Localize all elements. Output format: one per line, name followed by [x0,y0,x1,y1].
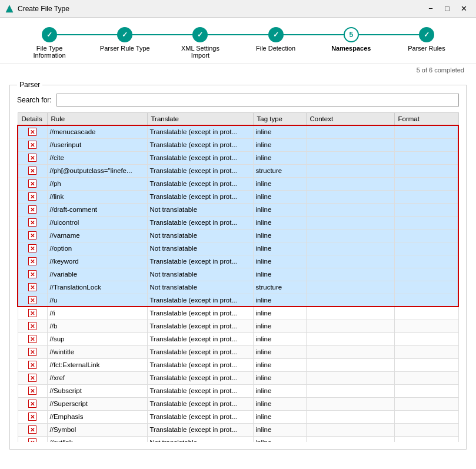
format-cell [394,307,458,320]
tagtype-cell: inline [253,436,306,442]
delete-icon[interactable]: ✕ [28,413,36,421]
rules-scroll-area[interactable]: Details Rule Translate Tag type Context … [17,112,459,442]
delete-icon[interactable]: ✕ [28,387,36,395]
table-row[interactable]: ✕//uTranslatable (except in prot...inlin… [18,294,458,307]
translate-cell: Translatable (except in prot... [147,384,253,397]
detail-cell: ✕ [18,164,47,177]
table-row[interactable]: ✕//menucascadeTranslatable (except in pr… [18,125,458,138]
table-row[interactable]: ✕//xrefTranslatable (except in prot...in… [18,371,458,384]
context-cell [306,164,394,177]
table-row[interactable]: ✕//variableNot translatableinline [18,268,458,281]
rule-cell: //cite [47,151,147,164]
rule-cell: //option [47,242,147,255]
delete-icon[interactable]: ✕ [28,154,36,162]
context-cell [306,320,394,332]
delete-icon[interactable]: ✕ [28,296,36,304]
tagtype-cell: inline [253,216,306,229]
translate-cell: Translatable (except in prot... [147,320,253,332]
table-row[interactable]: ✕//TranslationLockNot translatablestruct… [18,281,458,294]
detail-cell: ✕ [18,436,47,442]
tagtype-cell: structure [253,281,306,294]
step-1-label: File TypeInformation [34,45,66,59]
context-cell [306,423,394,436]
delete-icon[interactable]: ✕ [28,335,36,343]
translate-cell: Translatable (except in prot... [147,345,253,358]
delete-icon[interactable]: ✕ [28,425,36,434]
minimize-button[interactable]: − [423,3,438,15]
table-row[interactable]: ✕//bTranslatable (except in prot...inlin… [18,320,458,332]
delete-icon[interactable]: ✕ [28,309,36,317]
table-row[interactable]: ✕//extlinkNot translatableinline [18,436,458,442]
table-row[interactable]: ✕//citeTranslatable (except in prot...in… [18,151,458,164]
table-row[interactable]: ✕//phTranslatable (except in prot...inli… [18,177,458,190]
context-cell [306,294,394,307]
context-cell [306,307,394,320]
detail-cell: ✕ [18,125,47,138]
table-row[interactable]: ✕//varnameNot translatableinline [18,229,458,242]
tagtype-cell: inline [253,242,306,255]
delete-icon[interactable]: ✕ [28,231,36,240]
delete-icon[interactable]: ✕ [28,141,36,149]
detail-cell: ✕ [18,307,47,320]
delete-icon[interactable]: ✕ [28,283,36,291]
delete-icon[interactable]: ✕ [28,400,36,408]
table-row[interactable]: ✕//SubscriptTranslatable (except in prot… [18,384,458,397]
delete-icon[interactable]: ✕ [28,179,36,188]
table-row[interactable]: ✕//SymbolTranslatable (except in prot...… [18,423,458,436]
table-row[interactable]: ✕//EmphasisTranslatable (except in prot.… [18,410,458,423]
close-button[interactable]: ✕ [456,3,471,15]
format-cell [394,203,458,216]
delete-icon[interactable]: ✕ [28,192,36,201]
rule-cell: //ph [47,177,147,190]
context-cell [306,436,394,442]
tagtype-cell: inline [253,151,306,164]
search-input[interactable] [56,94,459,107]
delete-icon[interactable]: ✕ [28,438,36,442]
translate-cell: Translatable (except in prot... [147,164,253,177]
window-title: Create File Type [18,5,69,13]
rule-cell: //fct:ExternalLink [47,358,147,371]
rule-cell: //Superscript [47,397,147,410]
table-row[interactable]: ✕//linkTranslatable (except in prot...in… [18,190,458,203]
table-row[interactable]: ✕//fct:ExternalLinkTranslatable (except … [18,358,458,371]
delete-icon[interactable]: ✕ [28,322,36,330]
delete-icon[interactable]: ✕ [28,244,36,252]
tagtype-cell: inline [253,125,306,138]
format-cell [394,332,458,345]
delete-icon[interactable]: ✕ [28,205,36,214]
header-context: Context [306,113,394,126]
delete-icon[interactable]: ✕ [28,374,36,382]
delete-icon[interactable]: ✕ [28,218,36,227]
tagtype-cell: inline [253,320,306,332]
table-row[interactable]: ✕//iTranslatable (except in prot...inlin… [18,307,458,320]
detail-cell: ✕ [18,242,47,255]
tagtype-cell: inline [253,345,306,358]
table-row[interactable]: ✕//supTranslatable (except in prot...inl… [18,332,458,345]
window-controls: − □ ✕ [423,3,471,15]
table-row[interactable]: ✕//uicontrolTranslatable (except in prot… [18,216,458,229]
delete-icon[interactable]: ✕ [28,257,36,265]
detail-cell: ✕ [18,423,47,436]
format-cell [394,138,458,151]
table-row[interactable]: ✕//draft-commentNot translatableinline [18,203,458,216]
table-row[interactable]: ✕//wintitleTranslatable (except in prot.… [18,345,458,358]
step-5-label: Namespaces [331,45,371,52]
delete-icon[interactable]: ✕ [28,348,36,356]
search-label: Search for: [17,96,52,104]
translate-cell: Translatable (except in prot... [147,190,253,203]
table-row[interactable]: ✕//keywordTranslatable (except in prot..… [18,255,458,268]
tagtype-cell: inline [253,255,306,268]
table-row[interactable]: ✕//SuperscriptTranslatable (except in pr… [18,397,458,410]
maximize-button[interactable]: □ [440,3,455,15]
table-row[interactable]: ✕//optionNot translatableinline [18,242,458,255]
context-cell [306,371,394,384]
delete-icon[interactable]: ✕ [28,128,36,136]
table-row[interactable]: ✕//userinputTranslatable (except in prot… [18,138,458,151]
delete-icon[interactable]: ✕ [28,167,36,175]
delete-icon[interactable]: ✕ [28,361,36,369]
translate-cell: Not translatable [147,268,253,281]
delete-icon[interactable]: ✕ [28,270,36,278]
detail-cell: ✕ [18,371,47,384]
context-cell [306,151,394,164]
table-row[interactable]: ✕//ph[@outputclass="linefe...Translatabl… [18,164,458,177]
